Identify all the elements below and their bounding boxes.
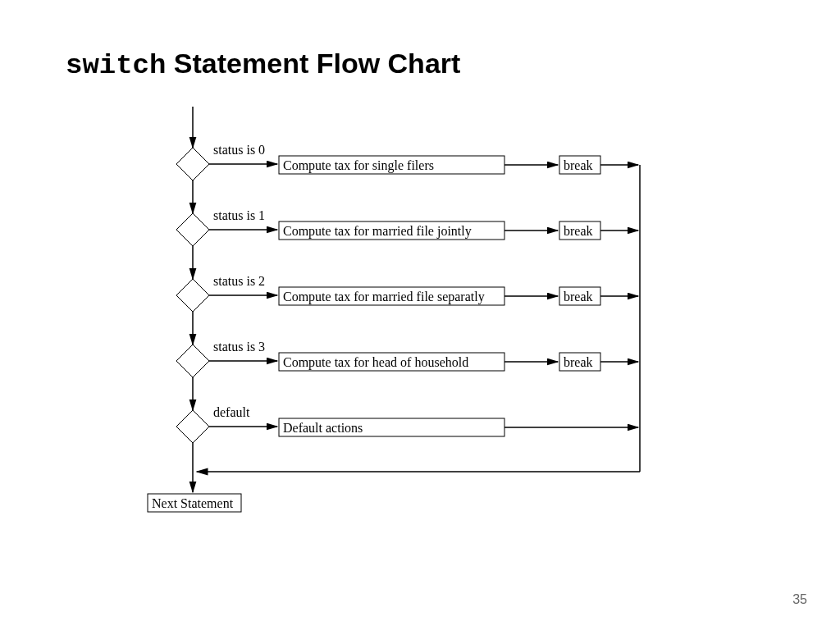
exit-box: break — [564, 355, 593, 369]
title-code: switch — [66, 50, 166, 81]
end-box: Next Statement — [152, 496, 234, 510]
svg-marker-2 — [176, 148, 209, 180]
svg-marker-9 — [176, 213, 209, 246]
svg-marker-30 — [176, 410, 209, 443]
process-box: Compute tax for single filers — [283, 158, 434, 173]
exit-box: break — [564, 290, 593, 304]
flowchart-diagram: status is 0 Compute tax for single filer… — [123, 98, 697, 558]
process-box: Compute tax for married file jointly — [283, 224, 472, 239]
condition-label: status is 0 — [213, 143, 265, 157]
exit-box: break — [564, 158, 593, 172]
page-title: switch Statement Flow Chart — [66, 48, 460, 81]
process-box: Compute tax for married file separatly — [283, 290, 485, 304]
title-rest: Statement Flow Chart — [166, 48, 460, 79]
svg-marker-23 — [176, 345, 209, 377]
page-number: 35 — [792, 592, 807, 607]
process-box: Compute tax for head of household — [283, 355, 468, 370]
condition-label: status is 2 — [213, 274, 265, 288]
condition-label: status is 1 — [213, 208, 265, 222]
condition-label: status is 3 — [213, 340, 265, 354]
process-box: Default actions — [283, 421, 363, 435]
condition-label: default — [213, 405, 250, 419]
exit-box: break — [564, 224, 593, 238]
svg-marker-16 — [176, 279, 209, 312]
